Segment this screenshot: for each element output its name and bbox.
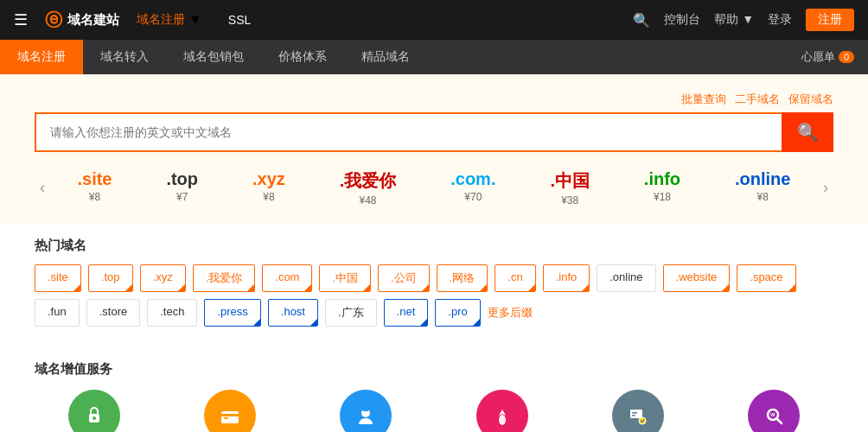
hot-domains-row2: .fun .store .tech .press .host .广东 .net … (35, 299, 833, 327)
search-bar: 🔍 (35, 112, 833, 152)
service-privacy[interactable]: 域名隐私保护 (35, 390, 153, 432)
tld-slider: ‹ .site ¥8 .top ¥7 .xyz ¥8 .我爱你 ¥48 .com… (35, 164, 833, 210)
whois-icon: W (748, 390, 800, 432)
tag-com[interactable]: .com (262, 264, 312, 292)
logo-icon: ⓔ (45, 9, 62, 32)
service-whois[interactable]: W whois信息查询 (715, 390, 833, 432)
svg-rect-9 (362, 408, 369, 411)
tld-xyz[interactable]: .xyz ¥8 (252, 169, 285, 206)
service-domain-manager[interactable]: 域名管家 (307, 390, 425, 432)
tld-next-arrow[interactable]: › (818, 179, 833, 197)
tag-cn[interactable]: .cn (495, 264, 535, 292)
more-suffix-link[interactable]: 更多后缀 (488, 299, 533, 327)
wishlist-badge: 0 (839, 51, 854, 63)
svg-rect-13 (630, 410, 642, 418)
tag-website[interactable]: .website (663, 264, 731, 292)
hot-domains-title: 热门域名 (35, 238, 833, 254)
svg-rect-15 (632, 415, 635, 416)
tag-xyz[interactable]: .xyz (140, 264, 186, 292)
tag-host[interactable]: .host (268, 299, 318, 327)
tag-gongsi[interactable]: .公司 (378, 264, 430, 292)
tab-domain-reg[interactable]: 域名注册 (0, 40, 83, 74)
tag-woaini[interactable]: .我爱你 (193, 264, 256, 292)
search-icon[interactable]: 🔍 (633, 12, 650, 29)
tag-site[interactable]: .site (35, 264, 81, 292)
nav-domain-reg[interactable]: 域名注册 (137, 12, 185, 28)
tag-guangdong[interactable]: .广东 (325, 299, 377, 327)
svg-point-11 (499, 415, 506, 425)
wishlist[interactable]: 心愿单 0 (801, 49, 868, 65)
svg-rect-5 (221, 414, 239, 416)
hot-domains-section: 热门域名 .site .top .xyz .我爱你 .com .中国 .公司 .… (0, 224, 868, 347)
domain-manager-icon (340, 390, 392, 432)
header: ☰ ⓔ 域名建站 域名注册 ▼ SSL 🔍 控制台 帮助 ▼ 登录 注册 (0, 0, 868, 40)
tld-top[interactable]: .top ¥7 (166, 169, 198, 206)
privacy-icon (68, 390, 120, 432)
tag-fun[interactable]: .fun (35, 299, 80, 327)
tab-price-system[interactable]: 价格体系 (261, 40, 344, 74)
service-account-share[interactable]: 帐号间共享域名 (170, 390, 289, 432)
tag-zhongguo[interactable]: .中国 (319, 264, 371, 292)
services-row: 域名隐私保护 帐号间共享域名 (35, 390, 833, 432)
domain-search-input[interactable] (35, 112, 782, 152)
tag-wangluo[interactable]: .网络 (437, 264, 488, 292)
secondhand-domain-link[interactable]: 二手域名 (735, 92, 780, 107)
tag-store[interactable]: .store (86, 299, 141, 327)
tag-top[interactable]: .top (88, 264, 133, 292)
value-services-section: 域名增值服务 域名隐私保护 帐号 (0, 347, 868, 432)
bulk-query-link[interactable]: 批量查询 (681, 92, 726, 107)
search-links: 批量查询 二手域名 保留域名 (35, 92, 833, 107)
dns-icon (476, 390, 528, 432)
logo-text: 域名建站 (67, 12, 119, 29)
tag-online[interactable]: .online (597, 264, 655, 292)
svg-rect-6 (224, 417, 228, 419)
svg-rect-4 (221, 411, 239, 423)
tag-tech[interactable]: .tech (147, 299, 197, 327)
tld-items: .site ¥8 .top ¥7 .xyz ¥8 .我爱你 ¥48 .com. … (50, 169, 818, 206)
tag-pro[interactable]: .pro (435, 299, 480, 327)
tag-press[interactable]: .press (204, 299, 260, 327)
service-cert[interactable]: 服务器证书 (578, 390, 697, 432)
search-section: 批量查询 二手域名 保留域名 🔍 ‹ .site ¥8 .top ¥7 .xyz… (0, 74, 868, 224)
tag-space[interactable]: .space (737, 264, 795, 292)
cert-icon (612, 390, 664, 432)
nav-tabs: 域名注册 域名转入 域名包销包 价格体系 精品域名 心愿单 0 (0, 40, 868, 74)
tld-site[interactable]: .site ¥8 (77, 169, 112, 206)
nav-arrow: ▼ (188, 12, 202, 28)
tld-china[interactable]: .中国 ¥38 (550, 169, 590, 206)
header-nav: 域名注册 ▼ (137, 12, 202, 28)
hot-domains-row1: .site .top .xyz .我爱你 .com .中国 .公司 .网络 .c… (35, 264, 833, 292)
tab-domain-package[interactable]: 域名包销包 (166, 40, 261, 74)
login-button[interactable]: 登录 (768, 12, 792, 28)
help-link[interactable]: 帮助 ▼ (714, 12, 754, 28)
header-right: 🔍 控制台 帮助 ▼ 登录 注册 (633, 9, 854, 31)
tld-prev-arrow[interactable]: ‹ (35, 179, 50, 197)
header-logo: ⓔ 域名建站 (45, 9, 119, 32)
tld-online[interactable]: .online ¥8 (735, 169, 790, 206)
search-button[interactable]: 🔍 (782, 112, 833, 152)
tld-info[interactable]: .info ¥18 (644, 169, 680, 206)
svg-rect-14 (632, 412, 637, 414)
svg-text:W: W (770, 412, 775, 417)
menu-icon[interactable]: ☰ (14, 10, 28, 29)
tab-premium-domain[interactable]: 精品域名 (344, 40, 427, 74)
tab-domain-transfer[interactable]: 域名转入 (83, 40, 166, 74)
svg-point-2 (93, 416, 96, 420)
reserved-domain-link[interactable]: 保留域名 (788, 92, 833, 107)
register-button[interactable]: 注册 (806, 9, 854, 31)
value-services-title: 域名增值服务 (35, 361, 833, 378)
service-dns[interactable]: 解析服务 (443, 390, 561, 432)
tag-net[interactable]: .net (384, 299, 429, 327)
nav-ssl[interactable]: SSL (228, 13, 251, 27)
tag-info[interactable]: .info (543, 264, 590, 292)
tld-woaini[interactable]: .我爱你 ¥48 (340, 169, 397, 206)
control-panel-link[interactable]: 控制台 (664, 12, 700, 28)
tld-com[interactable]: .com. ¥70 (450, 169, 495, 206)
account-share-icon (204, 390, 256, 432)
